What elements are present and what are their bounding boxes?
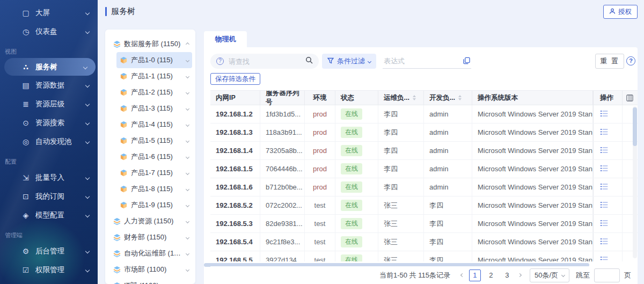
chevron-down-icon[interactable] [186,122,189,126]
search-icon[interactable] [305,56,313,66]
tree-node-product[interactable]: 产品1-2 (115) [116,84,192,100]
search-input[interactable] [228,57,302,66]
cell-serial: 072c2002... [260,196,305,214]
table-row: 192.168.1.6 b712b0be... prod 在线 李四 admin… [210,178,638,196]
tree-node-product[interactable]: 产品1-3 (115) [116,100,192,116]
sidebar-item[interactable]: ▤ 资源数据 [0,76,98,94]
sidebar-item[interactable]: ◎ 自动发现池 [0,132,98,151]
sidebar-item[interactable]: ◷ 仪表盘 [0,22,98,41]
chevron-down-icon [85,267,90,272]
table-body: 192.168.1.2 1fd3b1d5... prod 在线 李四 admin… [210,105,638,261]
cell-env: test [305,215,335,232]
sidebar-item[interactable]: ∴ 服务树 [4,58,96,76]
row-actions-button[interactable] [593,233,623,251]
chevron-down-icon[interactable] [186,58,189,62]
sidebar-item[interactable]: ⇲ 批量导入 [0,168,98,187]
cell-os: Microsoft Windows Server 2019 Stan... [472,105,593,123]
page-number-button[interactable]: 3 [501,270,513,281]
cell-env: test [305,233,335,251]
column-header-os: 操作系统版本 [472,91,593,105]
jump-page-input[interactable] [594,268,620,282]
copy-icon[interactable] [463,57,470,67]
authorize-button[interactable]: 授权 [603,5,638,19]
sidebar-section-label: 配置 [0,151,98,168]
tree-node-root[interactable]: 数据服务部 (1150) [109,36,192,52]
chevron-down-icon[interactable] [186,235,189,239]
sidebar-item[interactable]: ◈ 模型配置 [0,206,98,224]
search-box[interactable]: ? [210,54,319,69]
cell-dev-owner: admin [424,105,472,123]
tree-node-product[interactable]: 产品1-1 (115) [116,68,192,84]
chevron-down-icon[interactable] [186,155,189,158]
expression-input[interactable] [383,54,471,69]
chevron-down-icon[interactable] [186,171,189,174]
column-header-dev-owner[interactable]: 开发负... [424,91,472,105]
table-row: 192.168.1.5 7064446b... prod 在线 李四 admin… [210,160,638,178]
column-settings-icon[interactable] [623,91,638,105]
sidebar-section-label: 管理端 [0,224,98,242]
chevron-down-icon [561,273,565,277]
table-row: 192.168.1.3 118a3b91... prod 在线 李四 admin… [210,123,638,142]
chevron-up-icon[interactable] [186,42,189,46]
tree-node-product[interactable]: 产品1-5 (115) [116,133,192,149]
sidebar-item-label: 资源层级 [35,99,83,109]
column-header-ops-owner[interactable]: 运维负... [378,91,424,105]
row-actions-button[interactable] [593,105,623,123]
row-actions-button[interactable] [593,215,623,232]
chevron-down-icon[interactable] [186,267,189,271]
chevron-down-icon[interactable] [186,106,189,110]
reset-button[interactable]: 重 置 [595,54,624,69]
row-actions-button[interactable] [593,251,623,261]
tab-physical-machine[interactable]: 物理机 [204,31,247,47]
tree-node-department[interactable]: 财务部 (1150) [109,229,192,245]
tree-node-product[interactable]: 产品1-7 (115) [116,165,192,181]
table-row: 192.168.1.4 73205a8b... prod 在线 李四 admin… [210,142,638,160]
chevron-down-icon[interactable] [186,251,189,255]
row-actions-button[interactable] [593,142,623,159]
row-actions-button[interactable] [593,123,623,141]
row-actions-button[interactable] [593,160,623,178]
chevron-down-icon[interactable] [186,203,189,207]
tree-node-product[interactable]: 产品1-9 (115) [116,197,192,213]
cell-serial: 1fd3b1d5... [260,105,305,123]
sort-icon[interactable] [413,95,416,100]
save-filter-button[interactable]: 保存筛选条件 [210,73,260,85]
permission-admin-icon: ☑ [20,266,31,274]
tree-node-product[interactable]: 产品1-0 (115) [116,52,192,68]
page-size-select[interactable]: 50条/页 [530,268,569,282]
chevron-down-icon[interactable] [186,74,189,78]
chevron-down-icon[interactable] [186,219,189,223]
chevron-down-icon[interactable] [186,90,189,94]
sidebar-item[interactable]: ≣ 资源层级 [0,94,98,113]
condition-filter-button[interactable]: 条件过滤 [322,54,376,69]
product-cube-icon [120,185,129,193]
column-header-action: 操作 [593,91,623,105]
sidebar-item[interactable]: ⊙ 资源搜索 [0,113,98,132]
cell-ip: 192.168.1.4 [210,142,260,159]
help-icon[interactable]: ? [626,56,635,65]
product-cube-icon [120,56,129,64]
tree-node-product[interactable]: 产品1-8 (115) [116,181,192,197]
vertical-scrollbar-thumb[interactable] [633,107,637,146]
vertical-scrollbar[interactable] [633,106,637,258]
sidebar-item[interactable]: ☑ 权限管理 [0,260,98,279]
tree-node-department[interactable]: IT部 (1100) [109,278,192,284]
sidebar-item[interactable]: ⚙ 后台管理 [0,242,98,260]
tree-node-department[interactable]: 人力资源 (1150) [109,213,192,229]
chevron-down-icon[interactable] [186,187,189,191]
prev-page-button[interactable] [458,274,467,276]
sort-icon[interactable] [458,95,462,100]
page-number-button[interactable]: 1 [469,270,481,281]
cell-status: 在线 [335,215,378,232]
sidebar-item[interactable]: ▢ 大屏 [0,3,98,22]
next-page-button[interactable] [515,274,524,276]
row-actions-button[interactable] [593,178,623,196]
sidebar-item[interactable]: ⊡ 我的订阅 [0,187,98,206]
page-number-button[interactable]: 2 [485,270,497,281]
row-actions-button[interactable] [593,196,623,214]
tree-node-department[interactable]: 市场部 (1100) [109,261,192,278]
chevron-down-icon[interactable] [186,139,189,142]
tree-node-product[interactable]: 产品1-6 (115) [116,149,192,165]
tree-node-department[interactable]: 自动化运维部 (1150) [109,245,192,261]
tree-node-product[interactable]: 产品1-4 (115) [116,116,192,133]
